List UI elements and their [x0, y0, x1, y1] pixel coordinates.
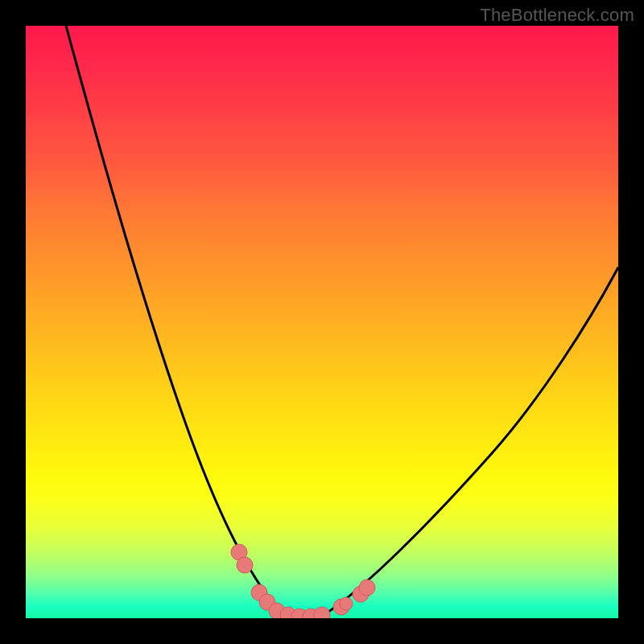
plot-svg — [26, 26, 618, 618]
data-marker — [359, 580, 375, 596]
left-curve — [66, 26, 283, 615]
plot-area — [26, 26, 618, 618]
chart-frame: TheBottleneck.com — [0, 0, 644, 644]
data-marker — [340, 597, 353, 610]
curve-layer — [66, 26, 618, 617]
data-marker — [237, 557, 253, 573]
watermark-text: TheBottleneck.com — [480, 5, 634, 26]
marker-layer — [231, 544, 375, 618]
data-marker — [314, 607, 330, 618]
right-curve — [324, 267, 618, 615]
